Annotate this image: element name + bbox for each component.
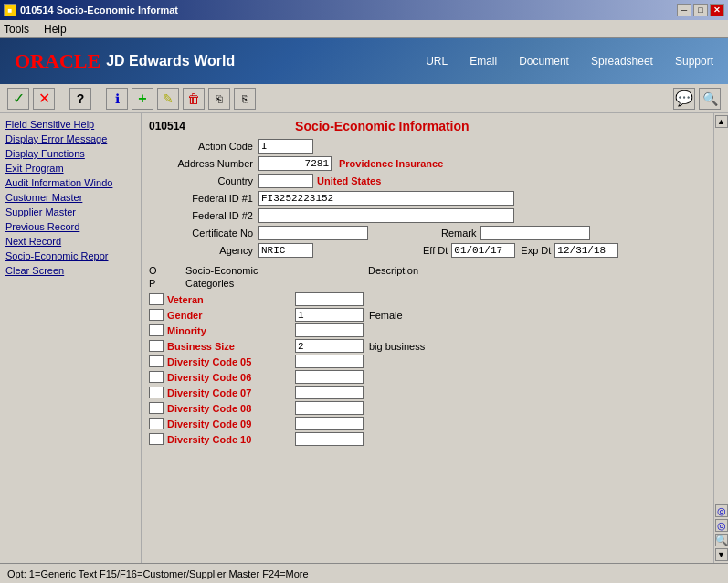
title-text: 010514 Socio-Economic Informat: [20, 5, 178, 16]
sidebar-item-display-error-message[interactable]: Display Error Message: [2, 132, 139, 146]
maximize-button[interactable]: □: [693, 4, 708, 16]
federal-id2-label: Federal ID #2: [149, 210, 258, 221]
table-row-diversity-07: Diversity Code 07: [149, 386, 706, 399]
address-number-extra: Providence Insurance: [332, 158, 443, 169]
info-button[interactable]: ℹ: [106, 88, 128, 110]
copy-button-1[interactable]: ⎗: [208, 88, 230, 110]
nav-support[interactable]: Support: [675, 55, 713, 68]
agency-input[interactable]: [258, 243, 313, 258]
jde-text: JD Edwards World: [106, 53, 235, 69]
oracle-banner: ORACLE JD Edwards World URL Email Docume…: [0, 38, 728, 84]
scroll-circle-down[interactable]: ◎: [715, 519, 728, 532]
diversity-07-op-checkbox[interactable]: [149, 387, 164, 398]
action-code-input[interactable]: [258, 139, 313, 154]
diversity-09-op-checkbox[interactable]: [149, 418, 164, 429]
gender-desc: Female: [364, 310, 403, 321]
title-bar: ■ 010514 Socio-Economic Informat ─ □ ✕: [0, 0, 728, 20]
veteran-op-checkbox[interactable]: [149, 293, 164, 305]
toolbar: ✓ ✕ ? ℹ + ✎ 🗑 ⎗ ⎘ 💬 🔍: [0, 84, 728, 113]
nav-email[interactable]: Email: [470, 55, 497, 68]
minority-op-checkbox[interactable]: [149, 324, 164, 336]
table-row-veteran: Veteran: [149, 292, 706, 306]
diversity-09-input[interactable]: [295, 417, 364, 430]
sidebar-item-display-functions[interactable]: Display Functions: [2, 146, 139, 161]
status-text: Opt: 1=Generic Text F15/F16=Customer/Sup…: [7, 568, 309, 579]
veteran-input[interactable]: [295, 292, 364, 306]
diversity-10-input[interactable]: [295, 432, 364, 446]
help-button[interactable]: ?: [69, 88, 91, 110]
form-id: 010514: [149, 120, 185, 132]
diversity-10-op-checkbox[interactable]: [149, 433, 164, 445]
minimize-button[interactable]: ─: [677, 4, 691, 16]
sidebar-item-clear-screen[interactable]: Clear Screen: [2, 263, 139, 278]
scroll-up-button[interactable]: ▲: [715, 115, 728, 128]
check-button[interactable]: ✓: [7, 88, 29, 110]
exp-dt-input[interactable]: [554, 243, 618, 258]
country-label: Country: [149, 175, 258, 186]
diversity-06-op-checkbox[interactable]: [149, 371, 164, 383]
diversity-06-input[interactable]: [295, 370, 364, 384]
nav-url[interactable]: URL: [426, 55, 448, 68]
close-button[interactable]: ✕: [710, 4, 724, 16]
sidebar-item-audit-info[interactable]: Audit Information Windo: [2, 175, 139, 190]
oracle-text: ORACLE: [15, 49, 100, 73]
business-size-input[interactable]: [295, 339, 364, 353]
status-bar: Opt: 1=Generic Text F15/F16=Customer/Sup…: [0, 563, 728, 583]
menu-tools[interactable]: Tools: [4, 23, 29, 36]
chat-button[interactable]: 💬: [673, 88, 695, 110]
exp-dt-label: Exp Dt: [515, 245, 551, 256]
sidebar-item-field-sensitive-help[interactable]: Field Sensitive Help: [2, 117, 139, 132]
banner-nav: URL Email Document Spreadsheet Support: [426, 55, 713, 68]
sidebar-item-previous-record[interactable]: Previous Record: [2, 219, 139, 234]
diversity-09-label: Diversity Code 09: [167, 419, 295, 429]
table-row-business-size: Business Size big business: [149, 339, 706, 353]
minority-input[interactable]: [295, 323, 364, 337]
diversity-07-input[interactable]: [295, 386, 364, 399]
form-title: Socio-Economic Information: [295, 119, 470, 133]
table-row-diversity-10: Diversity Code 10: [149, 432, 706, 446]
certificate-no-label: Certificate No: [149, 228, 258, 238]
scroll-circle-up[interactable]: ◎: [715, 504, 728, 517]
diversity-05-input[interactable]: [295, 355, 364, 368]
cancel-button[interactable]: ✕: [33, 88, 55, 110]
federal-id1-input[interactable]: [258, 191, 514, 206]
diversity-08-op-checkbox[interactable]: [149, 402, 164, 414]
gender-op-checkbox[interactable]: [149, 309, 164, 321]
nav-document[interactable]: Document: [519, 55, 569, 68]
diversity-08-input[interactable]: [295, 401, 364, 415]
business-size-op-checkbox[interactable]: [149, 340, 164, 352]
certificate-no-input[interactable]: [258, 226, 368, 240]
col-input-header: [295, 265, 368, 276]
nav-spreadsheet[interactable]: Spreadsheet: [591, 55, 653, 68]
gender-input[interactable]: [295, 308, 364, 322]
diversity-table: O Socio-Economic Description P Categorie…: [149, 265, 706, 446]
search-button[interactable]: 🔍: [699, 88, 721, 110]
business-size-label: Business Size: [167, 341, 295, 352]
diversity-08-label: Diversity Code 08: [167, 403, 295, 414]
remark-label: Remark: [368, 228, 477, 238]
delete-button[interactable]: 🗑: [183, 88, 205, 110]
remark-input[interactable]: [480, 226, 590, 240]
table-row-diversity-05: Diversity Code 05: [149, 355, 706, 368]
country-input[interactable]: [258, 174, 313, 188]
sidebar-item-supplier-master[interactable]: Supplier Master: [2, 205, 139, 219]
edit-button[interactable]: ✎: [157, 88, 179, 110]
sidebar-item-customer-master[interactable]: Customer Master: [2, 190, 139, 205]
eff-dt-input[interactable]: [451, 243, 515, 258]
sidebar-item-socio-economic-report[interactable]: Socio-Economic Repor: [2, 249, 139, 263]
minority-label: Minority: [167, 325, 295, 336]
table-row-minority: Minority: [149, 323, 706, 337]
sidebar-item-exit-program[interactable]: Exit Program: [2, 161, 139, 175]
address-number-label: Address Number: [149, 158, 258, 169]
sidebar-item-next-record[interactable]: Next Record: [2, 234, 139, 249]
add-button[interactable]: +: [132, 88, 153, 110]
federal-id2-input[interactable]: [258, 208, 514, 223]
menu-help[interactable]: Help: [44, 23, 67, 36]
col-p-header: P: [149, 278, 167, 289]
col-categories-sub: Categories: [167, 278, 295, 289]
scroll-down-button[interactable]: ▼: [715, 548, 728, 561]
diversity-05-op-checkbox[interactable]: [149, 355, 164, 367]
scroll-zoom[interactable]: 🔍: [715, 534, 728, 546]
address-number-input[interactable]: [258, 156, 332, 171]
copy-button-2[interactable]: ⎘: [234, 88, 256, 110]
